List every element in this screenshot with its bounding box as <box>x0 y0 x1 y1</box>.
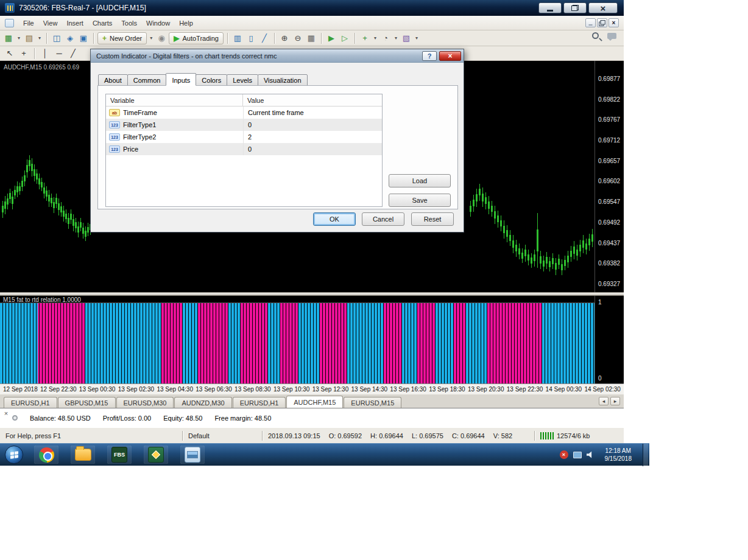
candle-body <box>512 240 514 248</box>
candle-body <box>34 169 35 176</box>
variable-value[interactable]: Current time frame <box>243 107 382 119</box>
load-button[interactable]: Load <box>389 174 451 187</box>
terminal-close-button[interactable]: × <box>2 410 10 417</box>
search-icon[interactable] <box>592 32 599 39</box>
profiles-icon[interactable]: ▤ <box>23 32 35 44</box>
cursor-icon[interactable]: ↖ <box>4 47 16 60</box>
vertical-line-icon[interactable]: │ <box>39 47 51 60</box>
restore-button[interactable] <box>563 2 587 13</box>
axis-label: 13 Sep 04:30 <box>157 386 193 393</box>
autotrading-button[interactable]: ▶AutoTrading <box>169 32 224 44</box>
tray-volume-icon[interactable] <box>587 451 594 458</box>
save-button[interactable]: Save <box>389 194 451 207</box>
chart-tab-gbpusd-m15[interactable]: GBPUSD,M15 <box>58 397 116 408</box>
menu-insert[interactable]: Insert <box>66 19 83 27</box>
tab-inputs[interactable]: Inputs <box>166 73 196 86</box>
menu-window[interactable]: Window <box>146 19 170 27</box>
horizontal-line-icon[interactable]: ─ <box>53 47 65 60</box>
variable-value[interactable]: 0 <box>243 143 382 155</box>
navigator-icon[interactable]: ◈ <box>64 32 76 44</box>
time-axis[interactable]: 12 Sep 201812 Sep 22:3013 Sep 00:3013 Se… <box>0 383 624 394</box>
chart-tab-audchf-m15[interactable]: AUDCHF,M15 <box>286 396 343 408</box>
indicator-label: M15 fat to rtd relation 1.0000 <box>3 296 81 303</box>
candle-body <box>65 214 67 219</box>
cancel-button[interactable]: Cancel <box>362 212 404 226</box>
dropdown-arrow-icon[interactable]: ▾ <box>37 35 43 41</box>
terminal-panel-icon[interactable]: ▣ <box>77 32 90 44</box>
crosshair-icon[interactable]: + <box>18 47 30 60</box>
minimize-button[interactable] <box>538 2 562 13</box>
start-button[interactable] <box>5 446 23 464</box>
table-row-filtertype2[interactable]: 123 FilterType2 2 <box>106 131 382 143</box>
dropdown-arrow-icon[interactable]: ▾ <box>414 35 420 41</box>
status-profile[interactable]: Default <box>188 432 256 439</box>
zoom-in-icon[interactable]: ⊕ <box>278 32 291 44</box>
candle-body <box>576 250 578 256</box>
line-chart-icon[interactable]: ╱ <box>258 32 270 44</box>
menu-charts[interactable]: Charts <box>93 19 112 27</box>
dropdown-arrow-icon[interactable]: ▾ <box>148 35 154 41</box>
dropdown-arrow-icon[interactable]: ▾ <box>393 35 399 41</box>
mdi-minimize-button[interactable] <box>585 18 596 27</box>
trendline-icon[interactable]: ╱ <box>67 47 79 60</box>
tile-windows-icon[interactable]: ▦ <box>305 32 317 44</box>
taskbar-clock[interactable]: 12:18 AM 9/15/2018 <box>605 447 632 463</box>
variable-value[interactable]: 2 <box>243 131 382 143</box>
table-row-filtertype1[interactable]: 123 FilterType1 0 <box>106 119 382 131</box>
tray-alert-icon[interactable]: × <box>560 450 568 459</box>
chart-shift-icon[interactable]: ▷ <box>339 32 351 44</box>
reset-button[interactable]: Reset <box>411 212 454 226</box>
candlestick-chart-icon[interactable]: ▯ <box>245 32 257 44</box>
indicator-pane[interactable]: M15 fat to rtd relation 1.0000 1 0 <box>0 296 624 383</box>
variable-value[interactable]: 0 <box>243 119 382 131</box>
axis-label: 13 Sep 08:30 <box>235 386 271 393</box>
column-header-value[interactable]: Value <box>243 97 264 104</box>
show-desktop-button[interactable] <box>643 444 648 466</box>
zoom-out-icon[interactable]: ⊖ <box>292 32 304 44</box>
community-chat-icon[interactable] <box>607 33 616 39</box>
expert-advisors-icon[interactable]: ◉ <box>155 32 168 44</box>
fbs-taskbar-button[interactable]: FBS <box>107 446 132 464</box>
periods-icon[interactable]: ◔ <box>379 32 392 44</box>
mdi-restore-button[interactable] <box>597 18 607 27</box>
photos-taskbar-button[interactable] <box>180 446 205 464</box>
chart-tab-eurusd-m15[interactable]: EURUSD,M15 <box>344 397 401 408</box>
table-row-price[interactable]: 123 Price 0 <box>106 143 382 155</box>
chart-tab-eurusd-h1-2[interactable]: EURUSD,H1 <box>233 397 286 408</box>
ok-button[interactable]: OK <box>313 212 356 226</box>
chrome-taskbar-button[interactable] <box>34 446 58 464</box>
menu-file[interactable]: File <box>23 19 34 27</box>
tab-scroll-left-button[interactable]: ◂ <box>599 397 609 405</box>
candle-body <box>9 193 11 199</box>
dialog-close-button[interactable]: × <box>439 51 461 61</box>
indicators-icon[interactable]: + <box>359 32 371 44</box>
dialog-title-bar[interactable]: Custom Indicator - Digital filters - on … <box>91 49 464 63</box>
bar-chart-icon[interactable]: ▥ <box>231 32 244 44</box>
candle-body <box>579 245 581 251</box>
table-row-timeframe[interactable]: ab TimeFrame Current time frame <box>106 107 382 119</box>
dropdown-arrow-icon[interactable]: ▾ <box>372 35 378 41</box>
menu-view[interactable]: View <box>43 19 58 27</box>
new-order-button[interactable]: +New Order <box>97 32 147 44</box>
tab-scroll-right-button[interactable]: ▸ <box>610 397 620 405</box>
tray-display-icon[interactable] <box>573 452 582 458</box>
close-button[interactable]: × <box>588 2 618 13</box>
indicator-histogram <box>0 303 595 383</box>
chart-tab-eurusd-h1[interactable]: EURUSD,H1 <box>4 397 57 408</box>
auto-scroll-icon[interactable]: ▶ <box>325 32 337 44</box>
chart-tab-eurusd-m30[interactable]: EURUSD,M30 <box>116 397 174 408</box>
menu-help[interactable]: Help <box>179 19 193 27</box>
explorer-taskbar-button[interactable] <box>71 446 95 464</box>
indicator-scale[interactable]: 1 0 <box>595 296 624 383</box>
mdi-close-button[interactable]: × <box>609 18 619 27</box>
new-chart-icon[interactable]: ▦ <box>2 32 15 44</box>
dropdown-arrow-icon[interactable]: ▾ <box>16 35 22 41</box>
column-header-variable[interactable]: Variable <box>106 94 243 106</box>
menu-tools[interactable]: Tools <box>121 19 137 27</box>
chart-tab-audnzd-m30[interactable]: AUDNZD,M30 <box>174 397 231 408</box>
dialog-help-button[interactable]: ? <box>422 51 437 61</box>
price-scale[interactable]: 0.698770.698220.697670.697120.696570.696… <box>595 61 624 292</box>
templates-icon[interactable]: ▧ <box>400 32 412 44</box>
market-watch-icon[interactable]: ◫ <box>51 32 63 44</box>
shield-app-taskbar-button[interactable] <box>144 446 168 464</box>
